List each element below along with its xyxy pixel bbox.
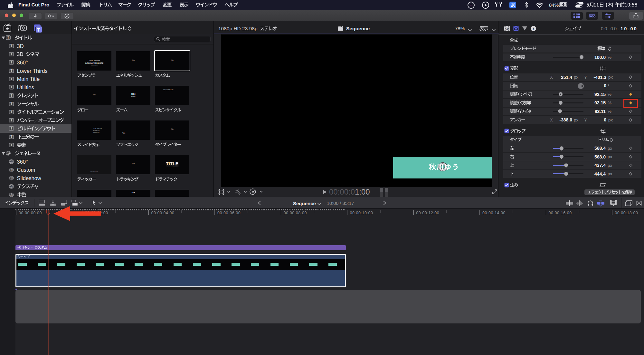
svg-text:2: 2 <box>11 185 12 188</box>
svg-text:T: T <box>10 53 12 56</box>
svg-text:T: T <box>10 119 12 122</box>
svg-text:T: T <box>10 143 12 147</box>
svg-text:T: T <box>10 127 12 130</box>
svg-text:2: 2 <box>11 168 12 171</box>
svg-text:T: T <box>10 135 12 139</box>
svg-text:2: 2 <box>11 177 12 180</box>
svg-text:T: T <box>10 61 12 64</box>
svg-text:T: T <box>10 69 12 72</box>
svg-text:2: 2 <box>11 193 12 196</box>
svg-text:T: T <box>10 110 12 114</box>
svg-text:T: T <box>7 36 9 40</box>
svg-text:T: T <box>10 44 12 48</box>
svg-text:T: T <box>10 94 12 97</box>
svg-text:2: 2 <box>506 27 508 30</box>
svg-text:2: 2 <box>7 152 9 155</box>
svg-text:T: T <box>10 77 12 81</box>
svg-text:2: 2 <box>11 160 12 163</box>
svg-text:∞: ∞ <box>470 3 472 7</box>
svg-text:T: T <box>10 102 12 106</box>
svg-text:T: T <box>10 86 12 89</box>
